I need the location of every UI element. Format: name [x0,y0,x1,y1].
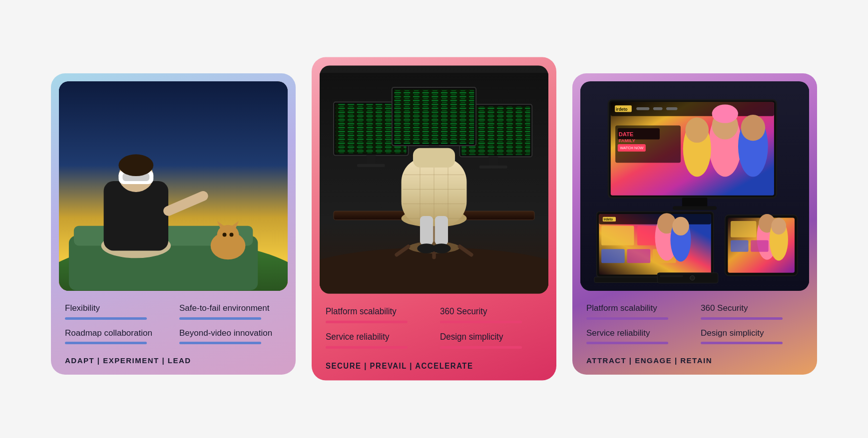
feature-service-reliability-2: Service reliability [586,328,689,339]
card-3-tagline: ATTRACT | ENGAGE | RETAIN [586,356,803,365]
feature-bar [179,317,261,320]
svg-rect-76 [682,198,707,208]
feature-item: 360 Security [701,303,803,319]
feature-bar [586,342,668,344]
svg-point-65 [712,105,738,123]
card-1-features-grid: Flexibility Safe-to-fail environment Roa… [65,303,282,344]
feature-safe-to-fail: Safe-to-fail environment [179,303,282,314]
feature-roadmap: Roadmap collaboration [65,328,167,339]
svg-point-98 [771,218,786,235]
svg-text:irdeto: irdeto [604,218,613,221]
svg-text:DATE: DATE [619,131,634,137]
feature-item: Platform scalability [586,303,689,319]
vr-scene [59,81,288,291]
svg-point-91 [672,217,689,235]
svg-text:FAMILY: FAMILY [619,139,636,144]
svg-text:WATCH NOW: WATCH NOW [620,146,644,151]
svg-rect-24 [366,156,376,165]
card-wrapper-1: Flexibility Safe-to-fail environment Roa… [51,73,296,374]
feature-platform-scalability-2: Platform scalability [586,303,689,314]
feature-360-security-2: 360 Security [701,303,803,314]
feature-design-simplicity-1: Design simplicity [440,332,542,343]
feature-service-reliability-1: Service reliability [326,332,428,343]
card-innovation: Flexibility Safe-to-fail environment Roa… [51,73,296,374]
svg-rect-80 [599,214,711,224]
svg-rect-25 [357,164,385,167]
svg-rect-83 [601,226,634,245]
svg-point-16 [230,233,234,237]
svg-rect-31 [394,90,474,144]
feature-item: Service reliability [586,328,689,344]
card-2-image [320,66,548,294]
svg-point-69 [685,118,709,143]
feature-item: Design simplicity [440,332,542,349]
svg-rect-44 [413,148,455,168]
card-1-tagline: ADAPT | EXPERIMENT | LEAD [65,356,282,365]
svg-rect-77 [673,207,717,210]
streaming-svg: irdeto [580,81,809,291]
card-3-image: irdeto [580,81,809,291]
svg-rect-29 [479,166,507,169]
feature-bar [440,346,522,349]
vr-svg-overlay [59,81,288,291]
feature-item: Platform scalability [326,306,428,323]
card-wrapper-3: irdeto [572,73,817,374]
feature-item: Beyond-video innovation [179,328,282,344]
card-2-tagline: SECURE | PREVAIL | ACCELERATE [326,362,542,371]
feature-bar [701,317,783,320]
streaming-scene: irdeto [580,81,809,291]
svg-rect-85 [601,249,625,263]
feature-bar [440,321,522,323]
svg-point-9 [118,155,153,177]
feature-item: Service reliability [326,332,428,349]
svg-rect-99 [731,221,756,238]
feature-item: Design simplicity [701,328,803,344]
feature-flexibility: Flexibility [65,303,167,314]
svg-rect-100 [731,240,749,252]
feature-bar [179,342,261,344]
svg-rect-104 [660,275,683,277]
feature-bar [326,346,408,349]
svg-rect-61 [653,107,663,110]
feature-design-simplicity-2: Design simplicity [701,328,803,339]
main-container: Flexibility Safe-to-fail environment Roa… [0,53,868,384]
svg-rect-51 [435,216,448,245]
feature-item: 360 Security [440,306,542,323]
svg-rect-60 [636,107,649,110]
feature-platform-scalability-1: Platform scalability [326,306,428,318]
card-3-features-grid: Platform scalability 360 Security Servic… [586,303,803,344]
feature-bar [65,317,147,320]
security-scene [320,66,548,294]
feature-bar [586,317,668,320]
svg-rect-50 [420,216,433,245]
card-2-content: Platform scalability 360 Security Servic… [312,294,556,381]
feature-360-security-1: 360 Security [440,306,542,318]
svg-point-15 [223,233,227,237]
svg-point-67 [741,115,766,141]
svg-rect-57 [611,102,774,116]
svg-point-103 [690,276,695,280]
card-1-image [59,81,288,291]
card-2-features-grid: Platform scalability 360 Security Servic… [326,306,542,349]
svg-rect-86 [627,249,650,263]
svg-rect-101 [751,240,769,252]
svg-rect-102 [657,273,718,283]
card-streaming: irdeto [572,73,817,374]
feature-beyond-video: Beyond-video innovation [179,328,282,339]
card-3-content: Platform scalability 360 Security Servic… [572,291,817,374]
card-1-content: Flexibility Safe-to-fail environment Roa… [51,291,296,374]
svg-rect-62 [666,107,677,110]
feature-item: Safe-to-fail environment [179,303,282,319]
card-security: Platform scalability 360 Security Servic… [312,57,556,381]
feature-item: Flexibility [65,303,167,319]
security-svg [320,66,548,294]
feature-bar [701,342,783,344]
card-wrapper-2: Platform scalability 360 Security Servic… [312,63,556,374]
feature-bar [65,342,147,344]
feature-bar [326,321,408,323]
svg-text:irdeto: irdeto [616,107,627,112]
svg-rect-28 [488,157,498,167]
feature-item: Roadmap collaboration [65,328,167,344]
